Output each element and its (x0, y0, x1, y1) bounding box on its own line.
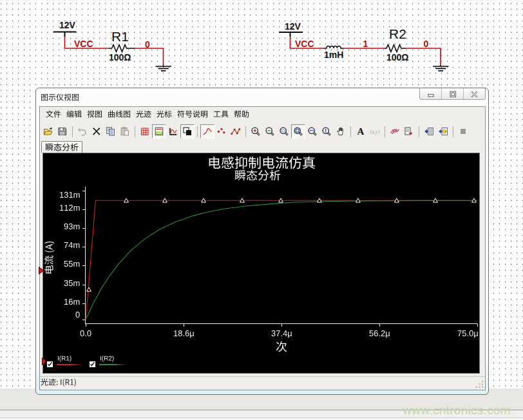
toolbar-button-text-annotation[interactable]: A (354, 124, 368, 138)
maximize-button[interactable] (441, 88, 463, 99)
chart-area[interactable] (43, 153, 480, 374)
tab-transient-analysis[interactable] (41, 141, 82, 153)
export-graph-icon (404, 126, 414, 137)
schematic-label-r1-value[interactable]: 100Ω (109, 53, 131, 62)
window-client: A(x,y) (39, 106, 486, 390)
save-icon (57, 126, 68, 137)
menu-item-graph[interactable] (105, 107, 133, 122)
resistor-r1[interactable] (109, 45, 136, 52)
x-tick-label (360, 329, 399, 338)
toolbar-button-stop[interactable] (456, 124, 470, 138)
text-annotation-icon: A (356, 126, 366, 137)
toolbar-button-grid[interactable] (138, 124, 152, 138)
toolbar-button-show-legend[interactable] (152, 124, 166, 138)
menu-item-view[interactable] (84, 107, 105, 122)
maximize-icon (449, 90, 457, 98)
undo-icon (77, 126, 88, 137)
toolbar-button-zoom-y[interactable] (319, 124, 334, 138)
toolbar-button-scatter-plot[interactable] (214, 124, 229, 138)
wire-r2-gnd[interactable] (406, 48, 441, 65)
toolbar-button-zoom-out[interactable] (263, 124, 277, 138)
menu-item-help[interactable] (231, 107, 252, 122)
grapher-window: A(x,y) (35, 88, 489, 395)
menu-item-edit[interactable] (64, 107, 84, 122)
toolbar-button-delete[interactable] (90, 124, 104, 138)
minimize-button[interactable] (420, 88, 441, 99)
toolbar-button-save[interactable] (55, 124, 70, 138)
toolbar-button-undo[interactable] (75, 124, 90, 138)
svg-text:(x,y): (x,y) (370, 128, 380, 135)
scatter-plot-icon (216, 126, 227, 137)
toolbar-button-copy[interactable] (104, 124, 118, 138)
selected-trace-arrow (39, 267, 44, 274)
menu-item-legend[interactable] (175, 107, 211, 122)
ground-gnd2[interactable] (433, 65, 449, 71)
toolbar-button-line-markers[interactable] (229, 124, 243, 138)
toolbar-button-export-excel[interactable] (422, 124, 436, 138)
plot (43, 153, 478, 372)
minimize-icon (427, 90, 435, 98)
zoom-fit-icon (293, 126, 303, 137)
tab-label (45, 142, 79, 152)
toolbar-button-invert-colors[interactable] (180, 124, 195, 138)
toolbar-separator-4 (245, 126, 246, 137)
toolbar-separator-8 (453, 126, 453, 137)
toolbar-button-pan[interactable] (334, 124, 348, 138)
axes (85, 187, 477, 324)
window-titlebar[interactable] (36, 88, 488, 106)
vcc-source-v2[interactable] (279, 32, 303, 37)
trace-ir1[interactable] (86, 200, 477, 320)
check-icon (47, 361, 53, 367)
toolbar-button-open[interactable] (41, 124, 55, 138)
zoom-window-icon (279, 126, 289, 137)
menu-item-file[interactable] (43, 107, 64, 122)
close-button[interactable] (463, 88, 485, 99)
schematic-label-v2-voltage[interactable]: 12V (285, 22, 301, 32)
stop-icon (458, 126, 468, 137)
y-tick-label (52, 222, 80, 231)
watermark-text: www.cntronics.com (403, 403, 511, 417)
toolbar-separator-2 (135, 126, 135, 137)
toolbar-button-zoom-fit[interactable] (291, 124, 305, 138)
show-legend-icon (154, 126, 164, 137)
schematic-label-r1-ref[interactable]: R1 (111, 30, 129, 44)
toolbar-button-zoom-window[interactable] (277, 124, 291, 138)
zoom-in-icon (251, 126, 261, 137)
toolbar-button-overlay-traces[interactable] (388, 124, 402, 138)
ground-gnd1[interactable] (156, 65, 172, 71)
toolbar-button-export-data[interactable] (436, 124, 450, 138)
menu-bar (40, 107, 485, 122)
window-title (41, 93, 79, 102)
menu-item-cursor[interactable] (154, 107, 175, 122)
schematic-label-net-0-2[interactable]: 0 (424, 39, 429, 49)
schematic-label-l1-value[interactable]: 1mH (324, 50, 343, 60)
menu-item-trace[interactable] (133, 107, 154, 122)
legend-color-line-1 (57, 364, 83, 365)
toolbar-button-line-plot[interactable] (200, 124, 214, 138)
wire-r1-gnd[interactable] (136, 48, 164, 65)
schematic-label-r2-ref[interactable]: R2 (389, 27, 406, 41)
legend-label-2[interactable] (100, 356, 114, 362)
resize-grip[interactable] (475, 380, 484, 388)
toolbar-button-export-graph[interactable] (402, 124, 416, 138)
toolbar-button-graph-properties[interactable] (166, 124, 180, 138)
schematic-label-net-vcc-2[interactable]: VCC (295, 39, 314, 49)
schematic-label-v1-voltage[interactable]: 12V (59, 21, 75, 30)
toolbar-button-show-coordinates[interactable]: (x,y) (368, 124, 382, 138)
resistor-r2[interactable] (385, 45, 406, 52)
toolbar-button-zoom-x[interactable] (305, 124, 319, 138)
legend-checkbox-1[interactable] (46, 361, 53, 368)
vcc-source-v1[interactable] (53, 32, 77, 37)
schematic-label-net-1[interactable]: 1 (363, 39, 368, 49)
line-markers-icon (231, 126, 241, 137)
menu-item-tools[interactable] (211, 107, 231, 122)
toolbar-button-zoom-in[interactable] (249, 124, 263, 138)
inductor-l1[interactable] (324, 46, 343, 48)
trace-ir2[interactable] (86, 200, 477, 320)
toolbar-button-paste[interactable] (118, 124, 132, 138)
legend-checkbox-2[interactable] (89, 361, 96, 368)
legend-label-1[interactable] (57, 356, 71, 362)
schematic-label-net-vcc-1[interactable]: VCC (74, 39, 93, 49)
schematic-label-r2-value[interactable]: 100Ω (386, 53, 409, 62)
schematic-label-net-0-1[interactable]: 0 (145, 40, 150, 50)
